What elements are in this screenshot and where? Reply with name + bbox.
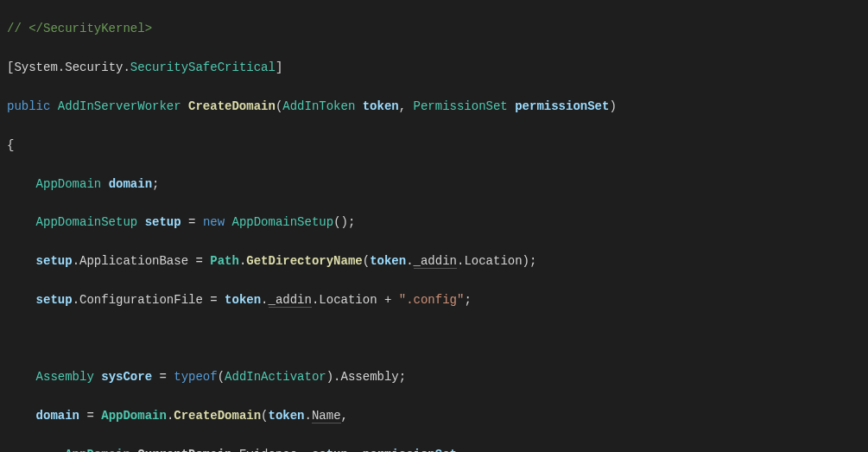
code-editor[interactable]: // </SecurityKernel> [System.Security.Se… <box>0 0 868 452</box>
comment-text: // </SecurityKernel> <box>7 22 152 35</box>
code-line[interactable]: AppDomain.CurrentDomain.Evidence, setup,… <box>7 445 861 452</box>
code-line[interactable]: Assembly sysCore = typeof(AddInActivator… <box>7 367 861 386</box>
code-line[interactable]: domain = AppDomain.CreateDomain(token.Na… <box>7 406 861 425</box>
code-line[interactable] <box>7 329 861 348</box>
method-name: CreateDomain <box>188 99 276 113</box>
code-line[interactable]: setup.ConfigurationFile = token._addin.L… <box>7 290 861 309</box>
code-line[interactable]: [System.Security.SecuritySafeCritical] <box>7 58 861 77</box>
code-line[interactable]: AppDomain domain; <box>7 175 861 194</box>
attribute-class: SecuritySafeCritical <box>130 60 276 74</box>
code-line[interactable]: AppDomainSetup setup = new AppDomainSetu… <box>7 213 861 232</box>
code-line[interactable]: { <box>7 136 861 155</box>
code-line[interactable]: public AddInServerWorker CreateDomain(Ad… <box>7 97 861 116</box>
code-line[interactable]: // </SecurityKernel> <box>7 19 861 38</box>
code-line[interactable]: setup.ApplicationBase = Path.GetDirector… <box>7 251 861 271</box>
